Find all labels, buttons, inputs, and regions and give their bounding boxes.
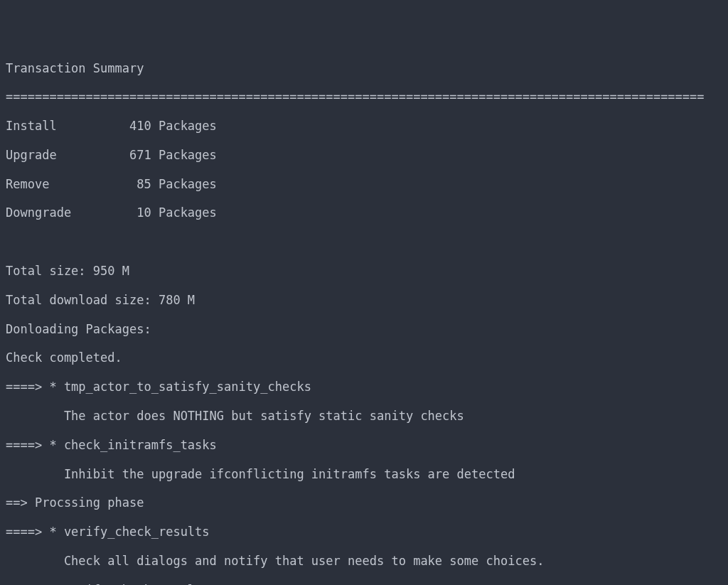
remove-line: Remove 85 Packages xyxy=(6,177,722,191)
total-download-line: Total download size: 780 M xyxy=(6,293,722,307)
processing-phase-line: ==> Procssing phase xyxy=(6,495,722,510)
actor-3-head: ====> * verify_check_results xyxy=(6,525,722,539)
install-line: Install 410 Packages xyxy=(6,119,722,133)
check-completed-line: Check completed. xyxy=(6,350,722,365)
actor-2-head: ====> * check_initramfs_tasks xyxy=(6,438,722,452)
actor-3-desc: Check all dialogs and notify that user n… xyxy=(6,554,722,568)
divider-top: ========================================… xyxy=(6,90,722,104)
blank-line xyxy=(6,235,722,249)
upgrade-line: Upgrade 671 Packages xyxy=(6,148,722,162)
actor-1-head: ====> * tmp_actor_to_satisfy_sanity_chec… xyxy=(6,380,722,394)
downgrade-line: Downgrade 10 Packages xyxy=(6,205,722,220)
transaction-summary-title: Transaction Summary xyxy=(6,61,722,75)
actor-2-desc: Inhibit the upgrade ifconflicting initra… xyxy=(6,467,722,481)
downloading-line: Donloading Packages: xyxy=(6,322,722,336)
actor-4-head: ====> * verify_check_results xyxy=(6,583,722,585)
actor-1-desc: The actor does NOTHING but satisfy stati… xyxy=(6,409,722,423)
total-size-line: Total size: 950 M xyxy=(6,264,722,278)
